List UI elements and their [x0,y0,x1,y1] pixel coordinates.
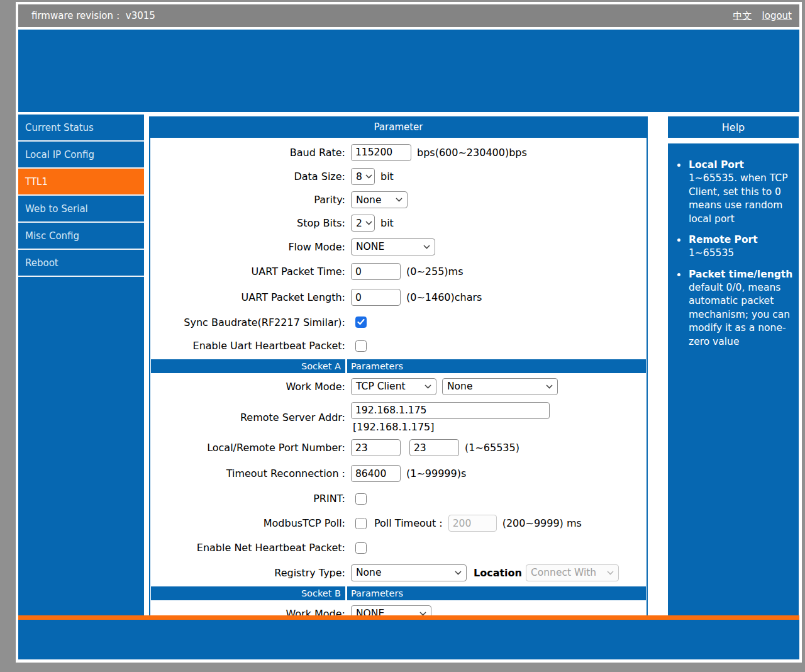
select-value: Connect With [531,567,596,578]
parity-select[interactable]: None [351,191,408,208]
work-mode-b-label: Work Mode: [150,608,351,616]
topbar-links: 中文 logout [733,10,792,22]
work-mode-a-select[interactable]: TCP Client [351,378,436,395]
uart-packet-length-label: UART Packet Length: [150,291,351,303]
panel-title: Parameter [149,116,648,138]
registry-type-select[interactable]: None [351,564,467,581]
top-bar: firmware revision： v3015 中文 logout [18,4,799,27]
chevron-down-icon [607,571,614,575]
remote-server-addr-label: Remote Server Addr: [150,412,351,423]
help-item-title: Packet time/length [689,268,794,281]
remote-server-addr-row: Remote Server Addr: [192.168.1.175] [150,400,647,435]
remote-server-addr-input[interactable] [351,402,550,419]
stop-bits-unit: bit [380,217,394,229]
work-mode-a-label: Work Mode: [150,381,351,393]
modbus-poll-checkbox[interactable] [355,518,367,529]
checkmark-icon [357,319,365,325]
sync-baudrate-row: Sync Baudrate(RF2217 Similar): [150,310,647,334]
uart-packet-length-input[interactable] [351,289,401,306]
socket-a-header: Socket A Parameters [151,359,646,373]
chevron-down-icon [396,198,402,202]
location-label: Location [474,567,522,579]
data-size-unit: bit [380,171,394,182]
local-port-input[interactable] [351,439,401,456]
sidebar-item-web-to-serial[interactable]: Web to Serial [18,196,144,223]
poll-timeout-input[interactable] [448,515,497,532]
sidebar-item-label: TTL1 [25,176,48,188]
baud-rate-row: Baud Rate: bps(600~230400)bps [150,140,647,165]
remote-port-input[interactable] [409,439,459,456]
sidebar-item-local-ip-config[interactable]: Local IP Config [18,142,144,169]
stop-bits-label: Stop Bits: [150,217,351,229]
timeout-reconnection-input[interactable] [351,465,401,482]
help-item: Packet time/length default 0/0, means au… [687,268,794,349]
uart-heartbeat-checkbox[interactable] [355,340,367,352]
timeout-reconnection-unit: (1~99999)s [406,468,466,479]
data-size-row: Data Size: 8 bit [150,165,647,188]
remote-server-addr-note: [192.168.1.175] [351,421,550,433]
sidebar-item-label: Reboot [25,257,58,269]
chevron-down-icon [455,571,462,575]
sync-baudrate-checkbox[interactable] [355,316,367,328]
help-list: Local Port 1~65535. when TCP Client, set… [674,159,794,349]
select-value: None [447,381,472,392]
poll-timeout-unit: (200~9999) ms [502,517,582,529]
baud-rate-unit: bps(600~230400)bps [417,147,527,159]
data-size-label: Data Size: [150,171,351,182]
parameter-form: Baud Rate: bps(600~230400)bps Data Size:… [149,138,648,615]
uart-packet-time-label: UART Packet Time: [150,266,351,277]
work-mode-b-row: Work Mode: NONE [150,600,647,615]
print-row: PRINT: [150,486,647,511]
select-value: TCP Client [356,381,406,392]
net-heartbeat-label: Enable Net Heartbeat Packet: [150,542,351,554]
chevron-down-icon [546,384,553,389]
work-mode-a-sub-select[interactable]: None [442,378,558,395]
help-item-body: default 0/0, means automatic packet mech… [689,281,794,349]
help-item: Remote Port 1~65535 [687,233,794,260]
socket-b-title: Socket B [151,586,347,600]
registry-type-label: Registry Type: [150,567,351,579]
sidebar-item-label: Web to Serial [25,203,88,215]
sidebar-item-misc-config[interactable]: Misc Config [18,223,144,250]
uart-packet-length-row: UART Packet Length: (0~1460)chars [150,284,647,310]
help-item-body: 1~65535. when TCP Client, set this to 0 … [689,172,794,226]
parameter-panel: Parameter Baud Rate: bps(600~230400)bps … [149,116,648,615]
help-item-body: 1~65535 [689,247,794,260]
socket-a-title: Socket A [151,359,347,373]
sidebar-item-label: Local IP Config [25,149,94,160]
data-size-select[interactable]: 8 [351,168,375,185]
logout-link[interactable]: logout [762,10,792,22]
modbus-poll-label: ModbusTCP Poll: [150,517,351,529]
chevron-down-icon [423,245,430,249]
socket-b-subtitle: Parameters [347,588,403,598]
firmware-revision-text: firmware revision： v3015 [31,10,155,22]
help-panel: Local Port 1~65535. when TCP Client, set… [668,143,799,615]
poll-timeout-label: Poll Timeout : [374,517,443,529]
sidebar-item-label: Current Status [25,122,94,133]
footer-bar [18,620,799,659]
print-label: PRINT: [150,493,351,505]
net-heartbeat-checkbox[interactable] [355,542,367,554]
sidebar-item-ttl1[interactable]: TTL1 [18,169,144,196]
select-value: 8 [356,171,362,182]
uart-packet-time-input[interactable] [351,263,401,280]
sidebar-item-reboot[interactable]: Reboot [18,250,144,277]
sidebar-item-current-status[interactable]: Current Status [18,115,144,142]
port-number-label: Local/Remote Port Number: [150,442,351,454]
location-select[interactable]: Connect With [526,564,619,581]
flow-mode-row: Flow Mode: NONE [150,235,647,259]
select-value: NONE [356,608,384,615]
net-heartbeat-row: Enable Net Heartbeat Packet: [150,535,647,560]
stop-bits-select[interactable]: 2 [351,215,375,232]
uart-packet-time-unit: (0~255)ms [406,266,464,277]
uart-heartbeat-label: Enable Uart Heartbeat Packet: [150,340,351,352]
language-link[interactable]: 中文 [733,10,752,22]
modbus-poll-row: ModbusTCP Poll: Poll Timeout : (200~9999… [150,511,647,535]
sync-baudrate-label: Sync Baudrate(RF2217 Similar): [150,316,351,328]
uart-packet-time-row: UART Packet Time: (0~255)ms [150,259,647,284]
print-checkbox[interactable] [355,493,367,505]
flow-mode-select[interactable]: NONE [351,238,435,255]
baud-rate-input[interactable] [351,144,411,161]
work-mode-b-select[interactable]: NONE [351,605,431,616]
footer-accent-line [18,615,799,620]
